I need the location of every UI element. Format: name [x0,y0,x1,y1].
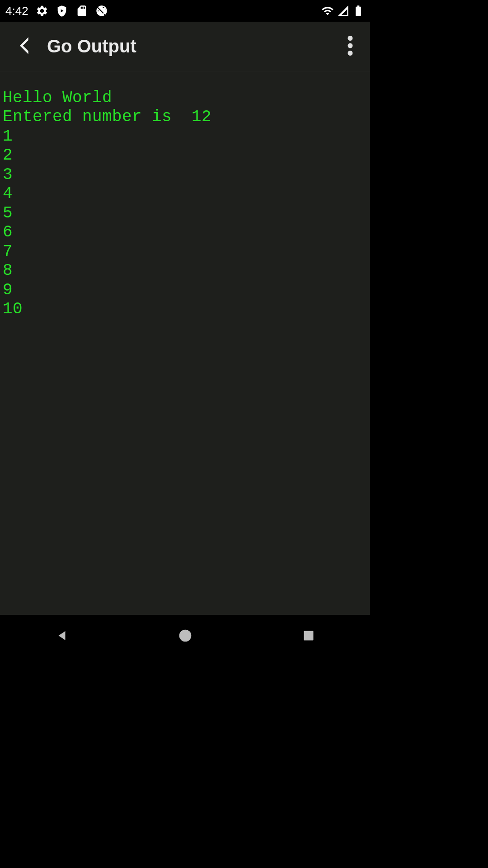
screen: 4:42 [0,0,370,658]
triangle-left-icon [55,628,69,645]
back-button[interactable] [7,30,40,63]
settings-icon [36,5,48,17]
chevron-left-icon [16,35,31,58]
svg-point-1 [348,43,353,48]
status-right [321,5,365,17]
nav-back-button[interactable] [35,623,89,650]
navigation-bar [0,615,370,658]
status-left: 4:42 [5,4,108,18]
sd-card-icon [75,5,88,17]
terminal-output[interactable]: Hello World Entered number is 12 1 2 3 4… [0,71,370,615]
svg-point-0 [348,36,353,41]
circle-icon [178,628,192,645]
battery-icon [352,5,365,17]
play-shield-icon [56,5,68,17]
square-icon [302,629,315,644]
wifi-icon [321,5,334,17]
nav-home-button[interactable] [158,623,212,650]
signal-icon [337,5,349,17]
svg-rect-4 [304,631,313,641]
svg-point-3 [179,630,191,642]
svg-point-2 [348,51,353,56]
nav-recent-button[interactable] [282,623,336,650]
app-bar: Go Output [0,22,370,71]
more-options-button[interactable] [338,34,363,59]
status-bar: 4:42 [0,0,370,22]
status-time: 4:42 [5,4,28,18]
more-vert-icon [347,36,353,57]
no-sync-icon [95,5,108,17]
app-title: Go Output [47,36,338,57]
